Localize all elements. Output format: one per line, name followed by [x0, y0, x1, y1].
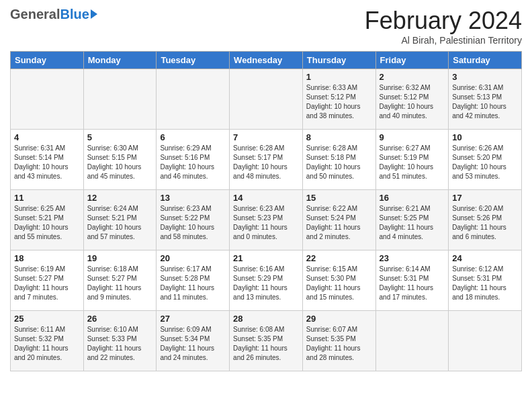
day-number: 19 [87, 253, 153, 263]
month-title: February 2024 [365, 7, 522, 35]
day-info: Sunrise: 6:14 AM Sunset: 5:31 PM Dayligh… [380, 265, 445, 302]
day-info: Sunrise: 6:16 AM Sunset: 5:29 PM Dayligh… [233, 265, 299, 302]
calendar-cell: 12Sunrise: 6:24 AM Sunset: 5:21 PM Dayli… [83, 190, 157, 250]
day-info: Sunrise: 6:07 AM Sunset: 5:35 PM Dayligh… [306, 325, 372, 363]
day-number: 3 [452, 72, 518, 82]
calendar-cell [449, 311, 522, 371]
day-number: 17 [452, 193, 518, 203]
day-number: 2 [380, 72, 445, 82]
day-number: 5 [87, 132, 153, 142]
calendar-cell [230, 69, 303, 130]
calendar-cell: 1Sunrise: 6:33 AM Sunset: 5:12 PM Daylig… [302, 69, 375, 130]
logo-arrow-icon [91, 9, 97, 19]
day-info: Sunrise: 6:15 AM Sunset: 5:30 PM Dayligh… [306, 265, 372, 302]
day-number: 28 [233, 314, 299, 324]
day-info: Sunrise: 6:29 AM Sunset: 5:16 PM Dayligh… [160, 144, 226, 181]
calendar-cell: 28Sunrise: 6:08 AM Sunset: 5:35 PM Dayli… [230, 311, 303, 371]
day-info: Sunrise: 6:33 AM Sunset: 5:12 PM Dayligh… [306, 83, 372, 121]
day-number: 4 [14, 132, 80, 142]
calendar-cell: 17Sunrise: 6:20 AM Sunset: 5:26 PM Dayli… [449, 190, 522, 250]
calendar-week-row: 18Sunrise: 6:19 AM Sunset: 5:27 PM Dayli… [11, 250, 522, 311]
day-number: 26 [87, 314, 153, 324]
day-info: Sunrise: 6:31 AM Sunset: 5:14 PM Dayligh… [14, 144, 80, 181]
day-info: Sunrise: 6:24 AM Sunset: 5:21 PM Dayligh… [87, 204, 153, 242]
day-number: 10 [452, 132, 518, 142]
day-number: 23 [380, 253, 445, 263]
day-info: Sunrise: 6:12 AM Sunset: 5:31 PM Dayligh… [452, 265, 518, 302]
calendar-table: SundayMondayTuesdayWednesdayThursdayFrid… [10, 51, 522, 371]
calendar-week-row: 25Sunrise: 6:11 AM Sunset: 5:32 PM Dayli… [11, 311, 522, 371]
day-number: 21 [233, 253, 299, 263]
calendar-week-row: 4Sunrise: 6:31 AM Sunset: 5:14 PM Daylig… [11, 130, 522, 190]
calendar-cell: 18Sunrise: 6:19 AM Sunset: 5:27 PM Dayli… [11, 250, 84, 311]
day-info: Sunrise: 6:19 AM Sunset: 5:27 PM Dayligh… [14, 265, 80, 302]
day-info: Sunrise: 6:18 AM Sunset: 5:27 PM Dayligh… [87, 265, 153, 302]
header: General Blue February 2024 Al Birah, Pal… [10, 7, 522, 46]
title-area: February 2024 Al Birah, Palestinian Terr… [365, 7, 522, 46]
calendar-cell [157, 69, 230, 130]
day-number: 29 [306, 314, 372, 324]
calendar-cell: 26Sunrise: 6:10 AM Sunset: 5:33 PM Dayli… [83, 311, 157, 371]
logo-blue: Blue [60, 7, 89, 22]
col-header-thursday: Thursday [302, 52, 375, 69]
calendar-cell [375, 311, 449, 371]
col-header-wednesday: Wednesday [230, 52, 303, 69]
col-header-tuesday: Tuesday [157, 52, 230, 69]
calendar-cell: 8Sunrise: 6:28 AM Sunset: 5:18 PM Daylig… [302, 130, 375, 190]
calendar-cell: 16Sunrise: 6:21 AM Sunset: 5:25 PM Dayli… [375, 190, 449, 250]
col-header-monday: Monday [83, 52, 157, 69]
day-number: 9 [380, 132, 445, 142]
calendar-cell: 27Sunrise: 6:09 AM Sunset: 5:34 PM Dayli… [157, 311, 230, 371]
day-info: Sunrise: 6:30 AM Sunset: 5:15 PM Dayligh… [87, 144, 153, 181]
calendar-cell [11, 69, 84, 130]
calendar-cell: 23Sunrise: 6:14 AM Sunset: 5:31 PM Dayli… [375, 250, 449, 311]
day-number: 18 [14, 253, 80, 263]
day-info: Sunrise: 6:26 AM Sunset: 5:20 PM Dayligh… [452, 144, 518, 181]
day-info: Sunrise: 6:23 AM Sunset: 5:22 PM Dayligh… [160, 204, 226, 242]
day-info: Sunrise: 6:32 AM Sunset: 5:12 PM Dayligh… [380, 83, 445, 121]
calendar-cell: 2Sunrise: 6:32 AM Sunset: 5:12 PM Daylig… [375, 69, 449, 130]
day-info: Sunrise: 6:10 AM Sunset: 5:33 PM Dayligh… [87, 325, 153, 363]
calendar-week-row: 11Sunrise: 6:25 AM Sunset: 5:21 PM Dayli… [11, 190, 522, 250]
calendar-cell: 11Sunrise: 6:25 AM Sunset: 5:21 PM Dayli… [11, 190, 84, 250]
day-info: Sunrise: 6:21 AM Sunset: 5:25 PM Dayligh… [380, 204, 445, 242]
calendar-cell: 22Sunrise: 6:15 AM Sunset: 5:30 PM Dayli… [302, 250, 375, 311]
day-info: Sunrise: 6:25 AM Sunset: 5:21 PM Dayligh… [14, 204, 80, 242]
day-number: 12 [87, 193, 153, 203]
day-number: 22 [306, 253, 372, 263]
day-number: 25 [14, 314, 80, 324]
logo: General Blue [10, 7, 97, 22]
day-info: Sunrise: 6:27 AM Sunset: 5:19 PM Dayligh… [380, 144, 445, 181]
calendar-cell: 13Sunrise: 6:23 AM Sunset: 5:22 PM Dayli… [157, 190, 230, 250]
calendar-cell: 29Sunrise: 6:07 AM Sunset: 5:35 PM Dayli… [302, 311, 375, 371]
calendar-week-row: 1Sunrise: 6:33 AM Sunset: 5:12 PM Daylig… [11, 69, 522, 130]
day-info: Sunrise: 6:28 AM Sunset: 5:17 PM Dayligh… [233, 144, 299, 181]
calendar-header-row: SundayMondayTuesdayWednesdayThursdayFrid… [11, 52, 522, 69]
calendar-cell: 24Sunrise: 6:12 AM Sunset: 5:31 PM Dayli… [449, 250, 522, 311]
day-number: 24 [452, 253, 518, 263]
day-info: Sunrise: 6:23 AM Sunset: 5:23 PM Dayligh… [233, 204, 299, 242]
day-number: 27 [160, 314, 226, 324]
calendar-cell: 14Sunrise: 6:23 AM Sunset: 5:23 PM Dayli… [230, 190, 303, 250]
day-number: 8 [306, 132, 372, 142]
calendar-cell: 4Sunrise: 6:31 AM Sunset: 5:14 PM Daylig… [11, 130, 84, 190]
day-info: Sunrise: 6:31 AM Sunset: 5:13 PM Dayligh… [452, 83, 518, 121]
calendar-cell: 19Sunrise: 6:18 AM Sunset: 5:27 PM Dayli… [83, 250, 157, 311]
calendar-cell: 5Sunrise: 6:30 AM Sunset: 5:15 PM Daylig… [83, 130, 157, 190]
day-number: 7 [233, 132, 299, 142]
calendar-cell [83, 69, 157, 130]
day-info: Sunrise: 6:22 AM Sunset: 5:24 PM Dayligh… [306, 204, 372, 242]
day-info: Sunrise: 6:28 AM Sunset: 5:18 PM Dayligh… [306, 144, 372, 181]
col-header-friday: Friday [375, 52, 449, 69]
day-info: Sunrise: 6:20 AM Sunset: 5:26 PM Dayligh… [452, 204, 518, 242]
day-info: Sunrise: 6:17 AM Sunset: 5:28 PM Dayligh… [160, 265, 226, 302]
logo-general: General [10, 7, 60, 22]
calendar-cell: 20Sunrise: 6:17 AM Sunset: 5:28 PM Dayli… [157, 250, 230, 311]
calendar-cell: 9Sunrise: 6:27 AM Sunset: 5:19 PM Daylig… [375, 130, 449, 190]
calendar-cell: 3Sunrise: 6:31 AM Sunset: 5:13 PM Daylig… [449, 69, 522, 130]
calendar-cell: 21Sunrise: 6:16 AM Sunset: 5:29 PM Dayli… [230, 250, 303, 311]
day-number: 20 [160, 253, 226, 263]
calendar-cell: 15Sunrise: 6:22 AM Sunset: 5:24 PM Dayli… [302, 190, 375, 250]
calendar-cell: 10Sunrise: 6:26 AM Sunset: 5:20 PM Dayli… [449, 130, 522, 190]
day-number: 14 [233, 193, 299, 203]
